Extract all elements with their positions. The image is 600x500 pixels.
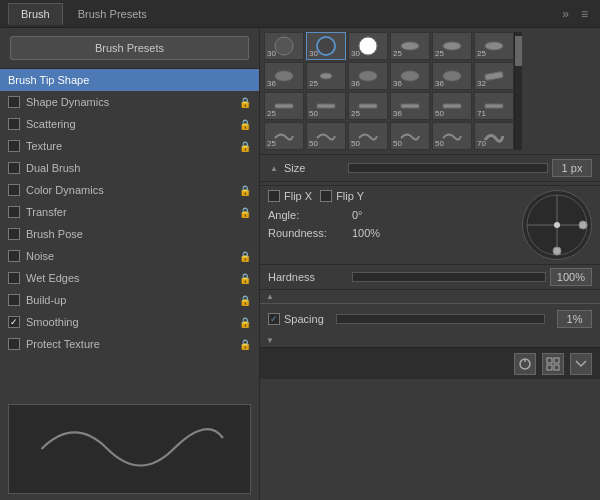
svg-point-2 (359, 37, 377, 55)
sidebar-item-dual-brush[interactable]: Dual Brush (0, 157, 259, 179)
bottom-btn-2[interactable] (542, 353, 564, 375)
preset-cell[interactable]: 50 (432, 92, 472, 120)
presets-grid: 30 30 30 25 (264, 32, 514, 150)
presets-grid-container: 30 30 30 25 (260, 28, 600, 155)
spacing-scroll-arrow[interactable]: ▲ (264, 292, 276, 301)
preset-cell[interactable]: 25 (348, 92, 388, 120)
sidebar-item-shape-dynamics[interactable]: Shape Dynamics 🔒 (0, 91, 259, 113)
spacing-slider[interactable] (336, 314, 545, 324)
spacing-value[interactable]: 1% (557, 310, 592, 328)
spacing-checkbox[interactable]: ✓ (268, 313, 280, 325)
svg-point-8 (359, 71, 377, 81)
preset-cell[interactable]: 50 (432, 122, 472, 150)
preset-cell[interactable]: 30 (264, 32, 304, 60)
buildup-checkbox[interactable] (8, 294, 20, 306)
sidebar-item-wet-edges[interactable]: Wet Edges 🔒 (0, 267, 259, 289)
brush-presets-button[interactable]: Brush Presets (10, 36, 249, 60)
preset-cell[interactable]: 30 (306, 32, 346, 60)
dual-brush-checkbox[interactable] (8, 162, 20, 174)
preset-cell[interactable]: 30 (348, 32, 388, 60)
main-content: Brush Presets Brush Tip Shape Shape Dyna… (0, 28, 600, 500)
svg-rect-16 (443, 104, 461, 108)
flip-x-button[interactable]: Flip X (268, 190, 312, 202)
spacing-label: Spacing (284, 313, 324, 325)
wet-edges-checkbox[interactable] (8, 272, 20, 284)
sidebar-item-texture[interactable]: Texture 🔒 (0, 135, 259, 157)
svg-rect-28 (547, 365, 552, 370)
preset-cell[interactable]: 25 (474, 32, 514, 60)
sidebar-item-transfer[interactable]: Transfer 🔒 (0, 201, 259, 223)
svg-point-10 (443, 71, 461, 81)
svg-point-7 (320, 73, 332, 79)
angle-circle[interactable] (522, 190, 592, 260)
preset-cell[interactable]: 36 (432, 62, 472, 90)
size-scroll-left[interactable]: ▲ (268, 164, 280, 173)
preset-cell[interactable]: 25 (306, 62, 346, 90)
flip-x-checkbox[interactable] (268, 190, 280, 202)
size-row: ▲ Size 1 px (260, 155, 600, 182)
brush-presets-btn-row: Brush Presets (0, 28, 259, 69)
tab-brush-presets[interactable]: Brush Presets (65, 3, 160, 25)
preset-cell[interactable]: 36 (390, 92, 430, 120)
flip-x-label: Flip X (284, 190, 312, 202)
sidebar-item-color-dynamics[interactable]: Color Dynamics 🔒 (0, 179, 259, 201)
preset-cell[interactable]: 50 (306, 92, 346, 120)
texture-checkbox[interactable] (8, 140, 20, 152)
bottom-btn-1[interactable] (514, 353, 536, 375)
color-dynamics-checkbox[interactable] (8, 184, 20, 196)
noise-checkbox[interactable] (8, 250, 20, 262)
svg-point-1 (317, 37, 335, 55)
preset-cell[interactable]: 25 (390, 32, 430, 60)
brush-preview (8, 404, 251, 494)
preset-cell[interactable]: 71 (474, 92, 514, 120)
sidebar-item-noise[interactable]: Noise 🔒 (0, 245, 259, 267)
spacing-checkbox-container: ✓ Spacing (268, 313, 324, 325)
preset-cell[interactable]: 25 (264, 92, 304, 120)
preset-cell[interactable]: 25 (264, 122, 304, 150)
bottom-btn-3[interactable] (570, 353, 592, 375)
expand-icon[interactable]: » (558, 5, 573, 23)
roundness-value[interactable]: 100% (352, 227, 380, 239)
tab-brush[interactable]: Brush (8, 3, 63, 25)
sidebar-item-brush-pose[interactable]: Brush Pose (0, 223, 259, 245)
preset-cell[interactable]: 36 (264, 62, 304, 90)
lock-icon-2: 🔒 (239, 119, 251, 130)
preset-cell[interactable]: 25 (432, 32, 472, 60)
hardness-label: Hardness (268, 271, 348, 283)
presets-scrollbar[interactable] (514, 32, 522, 150)
hardness-slider[interactable] (352, 272, 546, 282)
protect-texture-checkbox[interactable] (8, 338, 20, 350)
preset-cell[interactable]: 50 (390, 122, 430, 150)
preset-cell[interactable]: 70 (474, 122, 514, 150)
preset-cell[interactable]: 36 (390, 62, 430, 90)
lock-icon-4: 🔒 (239, 185, 251, 196)
flip-y-checkbox[interactable] (320, 190, 332, 202)
brush-pose-checkbox[interactable] (8, 228, 20, 240)
sidebar-item-smoothing[interactable]: ✓ Smoothing 🔒 (0, 311, 259, 333)
scattering-checkbox[interactable] (8, 118, 20, 130)
sidebar-item-brush-tip-shape[interactable]: Brush Tip Shape (0, 69, 259, 91)
preset-cell[interactable]: 50 (306, 122, 346, 150)
preset-cell[interactable]: 36 (348, 62, 388, 90)
menu-icon[interactable]: ≡ (577, 5, 592, 23)
sidebar-item-protect-texture[interactable]: Protect Texture 🔒 (0, 333, 259, 355)
spacing-scroll-down-arrow[interactable]: ▼ (264, 336, 276, 345)
size-slider[interactable] (348, 163, 548, 173)
flip-row: Flip X Flip Y (260, 186, 514, 206)
size-label: Size (284, 162, 344, 174)
transfer-checkbox[interactable] (8, 206, 20, 218)
svg-rect-14 (359, 104, 377, 108)
angle-value[interactable]: 0° (352, 209, 363, 221)
size-value[interactable]: 1 px (552, 159, 592, 177)
svg-rect-26 (547, 358, 552, 363)
preset-cell[interactable]: 50 (348, 122, 388, 150)
hardness-value[interactable]: 100% (550, 268, 592, 286)
smoothing-checkbox[interactable]: ✓ (8, 316, 20, 328)
flip-y-button[interactable]: Flip Y (320, 190, 364, 202)
lock-icon-3: 🔒 (239, 141, 251, 152)
shape-dynamics-checkbox[interactable] (8, 96, 20, 108)
sidebar-item-scattering[interactable]: Scattering 🔒 (0, 113, 259, 135)
svg-rect-17 (485, 104, 503, 108)
sidebar-item-buildup[interactable]: Build-up 🔒 (0, 289, 259, 311)
preset-cell[interactable]: 32 (474, 62, 514, 90)
